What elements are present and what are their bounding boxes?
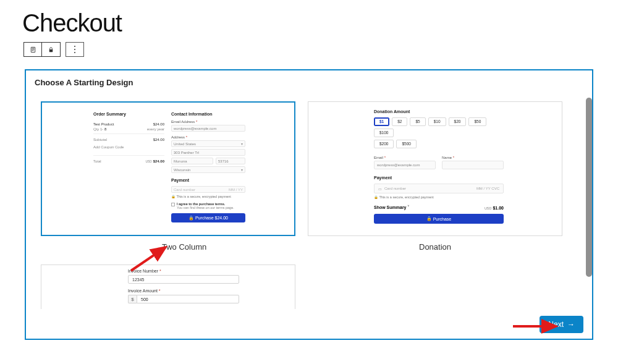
svg-line-2 [131,247,166,271]
coupon-label: Add Coupon Code [93,145,124,149]
donation-secure-note: 🔒 This is a secure, encrypted payment [374,195,504,199]
card-field: Card number MM / YY [171,186,245,193]
donation-total: $1.00 [493,206,504,210]
more-options-button[interactable] [66,42,84,57]
annotation-arrow [512,320,561,336]
email-label: Email Address [171,120,195,124]
donation-name-field [442,161,504,169]
document-icon [30,46,36,53]
donation-amount-chip: $10 [428,117,446,126]
total-currency: USD [145,159,152,163]
donation-email-field: wordpress@example.com [374,161,436,169]
product-price: $24.00 [153,122,164,126]
donation-amount-chip: $20 [449,117,467,126]
donation-amount-chip: $50 [468,117,486,126]
city-field: Monona [171,158,213,164]
donation-amount-chip: $500 [396,140,416,148]
donation-card-field: ▭ Card number MM / YY CVC [374,184,504,193]
order-summary-heading: Order Summary [93,112,164,116]
donation-purchase-button: 🔒 Purchase [374,214,504,224]
arrow-right-icon: → [567,320,575,329]
country-select: United States [171,140,245,147]
donation-amount-chip: $200 [374,140,394,148]
purchase-button: 🔒 Purchase $24.00 [171,213,245,222]
payment-heading: Payment [171,178,245,182]
total-value: $24.00 [153,159,164,163]
block-toolbar [23,42,84,57]
template-label-donation: Donation [419,242,451,252]
contact-heading: Contact Information [171,112,245,116]
dollar-icon: $ [128,295,137,303]
total-label: Total [93,159,101,163]
subtotal-label: Subtotal [93,138,107,142]
donation-amount-chip: $1 [374,117,389,126]
qty-label: Qty 1- [93,127,103,131]
donation-email-label: Email [374,156,383,159]
invoice-amount-field: 500 [137,295,239,303]
product-name: Test Product [93,122,114,126]
page-title: Checkout [22,9,122,37]
invoice-number-field: 12345 [128,275,239,284]
address-label: Address [171,135,185,139]
lock-icon [48,46,54,53]
svg-rect-1 [49,49,53,52]
template-card-two-column[interactable]: Order Summary Test Product $24.00 Qty 1-… [41,101,295,236]
donation-amount-chip: $2 [392,117,407,126]
donation-amount-heading: Donation Amount [374,109,504,114]
template-card-donation[interactable]: Donation Amount $1$2$5$10$20$50$100$200$… [308,101,562,236]
donation-total-currency: USD [485,206,492,210]
street-field: 303 Panther Trl [171,149,245,156]
show-summary-toggle: Show Summary ˅ [374,205,410,210]
agree-checkbox [171,203,175,206]
email-field: wordpress@example.com [171,125,245,132]
panel-footer: Next → [26,310,592,339]
donation-amount-chips: $1$2$5$10$20$50$100$200$500 [374,117,504,151]
annotation-arrow [129,243,172,276]
zip-field: 53716 [216,158,245,164]
scrollbar-thumb[interactable] [586,98,592,277]
recurrence: every year [147,127,164,131]
invoice-amount-label: Invoice Amount [128,289,158,293]
qty-value: 8 [104,127,106,131]
page-type-icon-button[interactable] [23,42,42,57]
kebab-icon [74,49,75,50]
lock-button[interactable] [42,42,61,57]
secure-note: 🔒 This is a secure, encrypted payment [171,195,245,198]
donation-payment-heading: Payment [374,176,504,180]
donation-amount-chip: $5 [410,117,425,126]
design-chooser-panel: Choose A Starting Design Order Summary T… [25,69,593,340]
agree-sub: You can find these on our terms page. [177,206,234,210]
state-select: Wisconsin [171,166,245,173]
subtotal-value: $24.00 [153,138,164,142]
donation-amount-chip: $100 [374,129,394,137]
donation-name-label: Name [442,156,452,159]
panel-heading: Choose A Starting Design [35,78,133,87]
templates-scroll: Order Summary Test Product $24.00 Qty 1-… [26,94,592,309]
